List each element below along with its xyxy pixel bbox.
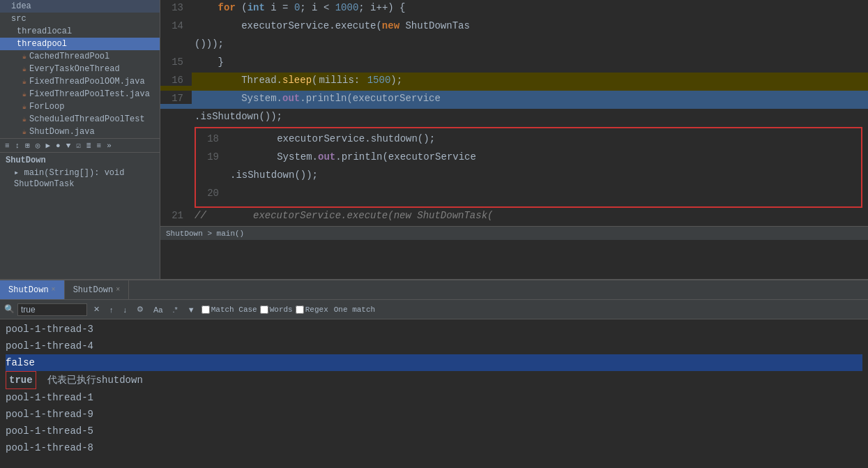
- toolbar-btn-4[interactable]: ◎: [33, 140, 43, 151]
- line-content-13[interactable]: for (int i = 0; i < 1000; i++) {: [192, 0, 868, 15]
- code-line-15b: 15 }: [160, 54, 868, 73]
- tab-shutdown-2[interactable]: ShutDown ×: [65, 280, 130, 299]
- sidebar-item-cachedthreadpool[interactable]: ☕CachedThreadPool: [0, 50, 160, 63]
- structure-item-main[interactable]: ▸ main(String[]): void: [6, 167, 154, 179]
- search-filter-button[interactable]: Aa: [150, 304, 166, 315]
- sidebar-item-scheduledthreadpooltest[interactable]: ☕ScheduledThreadPoolTest: [0, 113, 160, 126]
- line-number-19b-blank: [196, 167, 227, 169]
- search-options-button[interactable]: ⚙: [133, 303, 147, 315]
- bottom-panel: ShutDown × ShutDown × 🔍 ✕ ↑ ↓ ⚙ Aa .* ▼ …: [0, 279, 868, 468]
- search-filter2-button[interactable]: ▼: [184, 304, 199, 315]
- console-line-thread8: pool-1-thread-8: [6, 439, 862, 456]
- toolbar-btn-7[interactable]: ▼: [64, 141, 73, 151]
- line-content-19b[interactable]: .isShutdown());: [227, 167, 861, 183]
- line-content-20[interactable]: [227, 186, 861, 190]
- console-line-false[interactable]: false: [6, 354, 862, 371]
- java-icon: ☕: [22, 103, 26, 111]
- line-number-15: 15: [160, 54, 192, 68]
- prev-match-button[interactable]: ↑: [106, 304, 117, 315]
- sidebar-item-shutdown-java[interactable]: ☕ShutDown.java: [0, 126, 160, 138]
- sidebar-structure: ShutDown ▸ main(String[]): void ShutDown…: [0, 153, 160, 193]
- keyword-new: new: [382, 20, 399, 31]
- search-input[interactable]: [17, 303, 87, 316]
- field-out-19: out: [318, 151, 335, 163]
- line-content-14[interactable]: executorService.execute(new ShutDownTas: [192, 18, 868, 33]
- console-output[interactable]: pool-1-thread-3 pool-1-thread-4 false tr…: [0, 319, 868, 468]
- tab-label-2: ShutDown: [73, 285, 114, 295]
- line-number-20: 20: [196, 186, 227, 199]
- console-line-thread4: pool-1-thread-4: [6, 338, 862, 354]
- line-content-15-cont[interactable]: ()));: [192, 36, 868, 52]
- tab-close-2[interactable]: ×: [116, 286, 120, 294]
- line-content-17[interactable]: System.out.println(executorService: [192, 91, 868, 106]
- toolbar-btn-1[interactable]: ≡: [3, 141, 12, 151]
- toolbar-btn-5[interactable]: ▶: [43, 140, 52, 151]
- search-toolbar: 🔍 ✕ ↑ ↓ ⚙ Aa .* ▼ Match Case Words Regex…: [0, 300, 868, 319]
- toolbar-btn-3[interactable]: ⊞: [23, 140, 32, 151]
- line-content-19[interactable]: System.out.println(executorService: [227, 149, 861, 165]
- annotation-shutdown: 代表已执行shutdown: [47, 372, 143, 388]
- line-content-15b[interactable]: }: [192, 54, 868, 70]
- tab-close-1[interactable]: ×: [52, 286, 56, 294]
- line-content-17b[interactable]: .isShutdown());: [192, 109, 868, 124]
- java-icon: ☕: [22, 66, 26, 73]
- regex-label: Regex: [305, 305, 328, 314]
- words-option[interactable]: Words: [260, 305, 293, 314]
- sidebar-item-fixedthreadpouloom[interactable]: ☕FixedThreadPoolOOM.java: [0, 75, 160, 88]
- num-1500: 1500: [367, 75, 391, 86]
- search-regex-button[interactable]: .*: [169, 304, 181, 315]
- sidebar: idea src threadlocal threadpool ☕CachedT…: [0, 0, 160, 279]
- console-line-thread1: pool-1-thread-1: [6, 389, 862, 406]
- breadcrumb-bar: ShutDown > main(): [160, 226, 868, 240]
- sidebar-item-forloop[interactable]: ☕ForLoop: [0, 100, 160, 113]
- code-line-18: 18 executorService.shutdown();: [196, 131, 861, 149]
- toolbar-btn-8[interactable]: ☑: [74, 140, 83, 151]
- line-content-21[interactable]: // executorService.execute(new ShutDownT…: [192, 208, 868, 223]
- line-number-17: 17: [160, 91, 192, 104]
- words-label: Words: [270, 305, 293, 314]
- regex-checkbox[interactable]: [296, 305, 304, 314]
- console-line-thread5: pool-1-thread-5: [6, 423, 862, 439]
- java-icon: ☕: [22, 91, 26, 98]
- next-match-button[interactable]: ↓: [120, 304, 131, 315]
- structure-item-shutdowntask[interactable]: ShutDownTask: [6, 179, 154, 190]
- code-line-17: 17 System.out.println(executorService: [160, 91, 868, 109]
- sidebar-item-fixedthreadpooltest[interactable]: ☕FixedThreadPoolTest.java: [0, 88, 160, 100]
- num-0: 0: [294, 2, 300, 13]
- panel-tabs: ShutDown × ShutDown ×: [0, 280, 868, 300]
- search-icon: 🔍: [4, 304, 15, 315]
- top-area: idea src threadlocal threadpool ☕CachedT…: [0, 0, 868, 279]
- red-box-region: 18 executorService.shutdown(); 19 System…: [195, 127, 862, 208]
- toolbar-btn-9[interactable]: ≣: [84, 140, 93, 151]
- regex-option[interactable]: Regex: [296, 305, 328, 314]
- sidebar-item-idea[interactable]: idea: [0, 0, 160, 13]
- words-checkbox[interactable]: [260, 305, 268, 314]
- code-lines: 13 for (int i = 0; i < 1000; i++) { 14 e…: [160, 0, 868, 226]
- line-number-21: 21: [160, 208, 192, 221]
- console-line-thread9: pool-1-thread-9: [6, 406, 862, 423]
- sidebar-item-src[interactable]: src: [0, 13, 160, 25]
- line-number-14: 14: [160, 18, 192, 31]
- toolbar-btn-10[interactable]: ≡: [95, 141, 104, 151]
- toolbar-btn-11[interactable]: »: [105, 141, 114, 151]
- keyword-for: for: [218, 2, 236, 13]
- java-icon: ☕: [22, 78, 26, 86]
- line-content-16[interactable]: Thread.sleep(millis: 1500);: [192, 73, 868, 88]
- match-case-label: Match Case: [211, 305, 257, 314]
- toolbar-btn-6[interactable]: ●: [54, 141, 63, 151]
- structure-title: ShutDown: [6, 156, 154, 165]
- code-line-20: 20: [196, 186, 861, 204]
- match-case-option[interactable]: Match Case: [201, 305, 257, 314]
- console-line-thread3: pool-1-thread-3: [6, 321, 862, 338]
- sidebar-item-threadpool[interactable]: threadpool: [0, 38, 160, 50]
- java-icon: ☕: [22, 53, 26, 61]
- code-line-16: 16 Thread.sleep(millis: 1500);: [160, 73, 868, 91]
- sidebar-item-everytaskonethread[interactable]: ☕EveryTaskOneThread: [0, 63, 160, 75]
- toolbar-btn-2[interactable]: ↕: [13, 141, 22, 151]
- line-content-18[interactable]: executorService.shutdown();: [227, 131, 861, 146]
- tab-shutdown-1[interactable]: ShutDown ×: [0, 280, 65, 299]
- sidebar-item-threadlocal[interactable]: threadlocal: [0, 25, 160, 38]
- line-number-15-blank: [160, 36, 192, 38]
- match-case-checkbox[interactable]: [201, 305, 210, 314]
- clear-search-button[interactable]: ✕: [90, 303, 103, 315]
